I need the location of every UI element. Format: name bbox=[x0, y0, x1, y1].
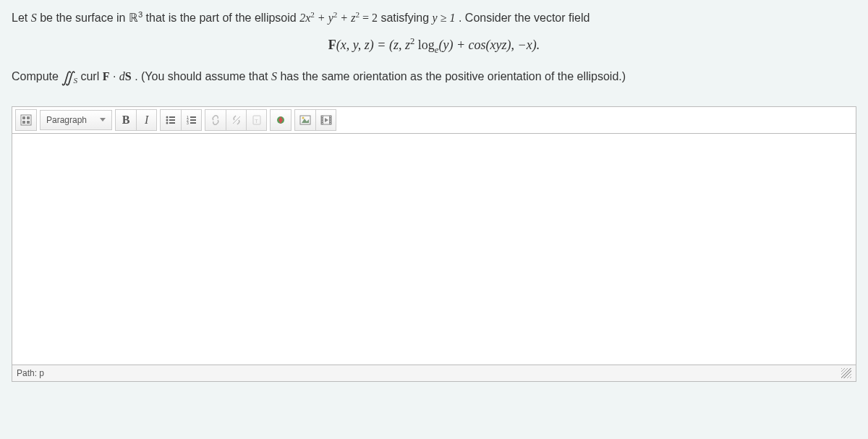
svg-text:3: 3 bbox=[187, 121, 189, 125]
insert-object-button[interactable] bbox=[271, 110, 291, 130]
svg-rect-31 bbox=[330, 116, 331, 117]
svg-point-5 bbox=[166, 116, 169, 118]
dS-S: S bbox=[125, 70, 132, 82]
object-icon bbox=[275, 114, 286, 126]
rhs: = 2 bbox=[359, 12, 378, 24]
text: . (You should assume that bbox=[135, 70, 271, 82]
svg-marker-22 bbox=[302, 119, 309, 123]
set-R: ℝ bbox=[129, 12, 138, 24]
exponent: 3 bbox=[138, 10, 142, 19]
vec-F: F bbox=[328, 38, 336, 52]
svg-rect-14 bbox=[190, 119, 196, 121]
svg-rect-4 bbox=[27, 121, 30, 124]
link-icon bbox=[210, 114, 221, 126]
svg-rect-28 bbox=[322, 119, 323, 119]
op: + bbox=[337, 12, 351, 24]
compute-line: Compute ∬S curl F · dS . (You should ass… bbox=[12, 69, 856, 86]
format-label: Paragraph bbox=[46, 115, 87, 125]
svg-rect-10 bbox=[169, 122, 175, 124]
paragraph-format-select[interactable]: Paragraph bbox=[40, 110, 112, 130]
term: y bbox=[328, 12, 333, 24]
svg-rect-27 bbox=[322, 116, 323, 117]
svg-rect-3 bbox=[22, 121, 25, 124]
rich-text-editor: Paragraph B I 1 bbox=[12, 106, 856, 382]
italic-button[interactable]: I bbox=[136, 110, 156, 130]
unlink-icon bbox=[231, 114, 242, 126]
toolbar-group-list: 1 2 3 bbox=[160, 109, 202, 131]
args: (x, y, z) = (z, z bbox=[336, 38, 410, 52]
insert-link-button[interactable] bbox=[205, 110, 226, 130]
svg-rect-33 bbox=[330, 121, 331, 122]
integral-sub: S bbox=[73, 76, 77, 85]
text: that is the part of the ellipsoid bbox=[146, 12, 300, 24]
svg-point-9 bbox=[166, 122, 169, 124]
resize-handle[interactable] bbox=[841, 368, 851, 378]
text: . Consider the vector field bbox=[459, 12, 590, 24]
integral-symbol: ∬ bbox=[61, 69, 73, 86]
svg-point-23 bbox=[302, 116, 305, 119]
chevron-down-icon bbox=[100, 118, 106, 122]
editor-content-area[interactable] bbox=[12, 134, 856, 365]
expand-icon bbox=[20, 114, 32, 126]
svg-rect-6 bbox=[169, 116, 175, 118]
formula-line: F(x, y, z) = (z, z2 loge(y) + cos(xyz), … bbox=[12, 36, 856, 56]
text: curl bbox=[80, 70, 102, 82]
image-icon bbox=[299, 114, 311, 126]
svg-rect-16 bbox=[190, 122, 196, 124]
toolbar-group-expand bbox=[15, 109, 37, 131]
rest: (y) + cos(xyz), −x). bbox=[438, 38, 540, 52]
svg-rect-30 bbox=[322, 123, 323, 124]
dS-d: d bbox=[119, 70, 125, 82]
svg-rect-2 bbox=[27, 116, 30, 119]
insert-image-button[interactable] bbox=[295, 110, 315, 130]
insert-movie-button[interactable] bbox=[315, 110, 336, 130]
svg-rect-34 bbox=[330, 123, 331, 124]
toolbar-group-text: B I bbox=[115, 109, 157, 131]
editor-footer: Path: p bbox=[12, 365, 856, 382]
toolbar-group-link: T bbox=[205, 109, 267, 131]
path-display: Path: p bbox=[17, 368, 44, 378]
expand-button[interactable] bbox=[16, 110, 36, 130]
dot: · bbox=[113, 70, 119, 82]
text: Compute bbox=[12, 70, 61, 82]
svg-rect-32 bbox=[330, 119, 331, 119]
var-S: S bbox=[271, 70, 277, 82]
var-S: S bbox=[31, 12, 37, 24]
editor-toolbar: Paragraph B I 1 bbox=[12, 106, 856, 134]
op: + bbox=[315, 12, 328, 24]
svg-rect-12 bbox=[190, 116, 196, 118]
svg-rect-1 bbox=[22, 116, 25, 119]
log: log bbox=[414, 38, 435, 52]
paste-special-button[interactable]: T bbox=[246, 110, 266, 130]
bullet-list-icon bbox=[165, 114, 176, 126]
svg-rect-8 bbox=[169, 119, 175, 121]
film-icon bbox=[320, 114, 332, 126]
text: be the surface in bbox=[40, 12, 129, 24]
text: satisfying bbox=[380, 12, 432, 24]
svg-point-7 bbox=[166, 119, 169, 121]
toolbar-group-media bbox=[294, 109, 336, 131]
condition: y ≥ 1 bbox=[433, 12, 456, 24]
paste-icon: T bbox=[251, 114, 263, 126]
numbered-list-button[interactable]: 1 2 3 bbox=[181, 110, 201, 130]
problem-statement-line1: Let S be the surface in ℝ3 that is the p… bbox=[12, 9, 856, 27]
svg-marker-35 bbox=[325, 118, 328, 122]
toolbar-group-insert bbox=[270, 109, 292, 131]
text: Let bbox=[12, 12, 31, 24]
remove-link-button[interactable] bbox=[226, 110, 246, 130]
bold-button[interactable]: B bbox=[116, 110, 136, 130]
svg-text:T: T bbox=[255, 118, 258, 124]
vec-F: F bbox=[103, 70, 110, 82]
text: has the same orientation as the positive… bbox=[280, 70, 626, 82]
svg-rect-29 bbox=[322, 121, 323, 122]
bullet-list-button[interactable] bbox=[161, 110, 181, 130]
numbered-list-icon: 1 2 3 bbox=[186, 114, 197, 126]
term: 2x bbox=[299, 12, 310, 24]
